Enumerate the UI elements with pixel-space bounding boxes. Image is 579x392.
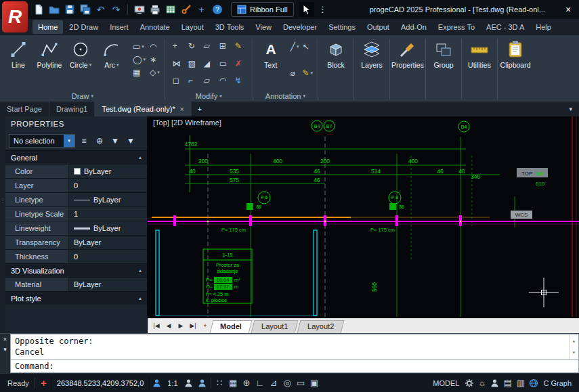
undo-button[interactable]: ↶ (93, 3, 108, 17)
close-button[interactable]: × (557, 0, 579, 19)
arc-tool-button[interactable]: Arc▾ (96, 37, 127, 91)
redo-button[interactable]: ↷ (109, 3, 123, 17)
user-icon[interactable] (150, 376, 163, 390)
stretch-tool-button[interactable]: ▭ (219, 59, 232, 74)
diameter-dimension-button[interactable]: ⌀ (291, 68, 299, 79)
command-scrollbar[interactable]: ▴ ▾ (569, 334, 578, 360)
lineweight-toggle[interactable]: ▭ (295, 376, 307, 390)
settings-button[interactable] (463, 376, 475, 390)
tab-aec-3d[interactable]: AEC - 3D A (481, 20, 530, 34)
tab-settings[interactable]: Settings (323, 20, 361, 34)
viewport-controls[interactable]: [Top] [2D Wireframe] (153, 118, 221, 127)
open-button[interactable] (47, 3, 61, 17)
dynamic-ucs-toggle[interactable]: ▣ (308, 376, 321, 390)
user-check-button[interactable] (196, 376, 209, 390)
layout1-tab[interactable]: Layout1 (251, 320, 298, 333)
line-tool-button[interactable]: Line (3, 37, 34, 91)
tab-annotate[interactable]: Annotate (135, 20, 175, 34)
ortho-toggle[interactable]: ∟ (254, 376, 267, 390)
tab-view[interactable]: View (250, 20, 277, 34)
annotation-scale[interactable]: 1:1 (164, 379, 181, 387)
group-button[interactable]: Group (428, 37, 459, 102)
command-close-icon[interactable]: × (3, 336, 7, 343)
plot-preview-button[interactable] (132, 3, 146, 17)
scroll-up-icon[interactable]: ▴ (572, 336, 576, 347)
command-expand-icon[interactable]: ▾ (3, 346, 7, 353)
tools-button[interactable] (179, 3, 193, 17)
tab-add-on[interactable]: Add-On (395, 20, 432, 34)
fillet-tool-button[interactable]: ◠ (219, 76, 232, 91)
quick-select-button[interactable]: ⊕ (93, 134, 106, 148)
drawing-canvas[interactable]: B4 B7 B4 P-6 P-8 88 88 (148, 116, 579, 318)
copy-tool-button[interactable]: ▱ (204, 41, 217, 56)
grid-dots-toggle[interactable]: ∷ (213, 376, 226, 390)
coordinates-readout[interactable]: 263848.5233,4209.3752,0 (51, 376, 150, 390)
layers-button[interactable]: Layers (356, 37, 387, 102)
pick-add-toggle-button[interactable]: ≡ (77, 134, 91, 148)
selection-dropdown[interactable]: No selection ▾ (9, 134, 75, 148)
section-plot-style[interactable]: Plot style▴ (5, 291, 147, 305)
tab-close-icon[interactable]: × (180, 106, 184, 113)
clipboard-button[interactable]: Clipboard (500, 37, 531, 102)
linear-dimension-button[interactable]: ╱▾ (291, 41, 299, 52)
select-objects-button[interactable]: ▼ (108, 134, 122, 148)
explode-tool-button[interactable]: ↯ (235, 76, 248, 91)
model-tab[interactable]: Model (210, 320, 253, 333)
app-logo[interactable]: R (2, 1, 28, 32)
osnap-toggle[interactable]: ◎ (281, 376, 294, 390)
doc-tab-test-dwg[interactable]: Test.dwg (Read-only)* × (95, 102, 191, 116)
online-button[interactable] (527, 376, 540, 390)
help-button[interactable]: ? (210, 3, 224, 17)
annotation-panel-label[interactable]: Annotation▾ (255, 91, 316, 102)
last-tab-button[interactable]: ▶| (187, 322, 199, 329)
tile-horizontal-button[interactable]: ▤ (501, 376, 514, 390)
polygon-tool-button[interactable]: ◇▾ (150, 67, 160, 78)
filter-button[interactable]: ▼ (124, 134, 137, 148)
grid-toggle[interactable]: ▦ (227, 376, 240, 390)
tab-home[interactable]: Home (33, 20, 63, 34)
rectangle-tool-button[interactable]: ▭▾ (133, 41, 146, 52)
sheet-button[interactable] (163, 3, 177, 17)
color-swatch[interactable] (74, 168, 81, 175)
command-history[interactable]: Opposite corner: Cancel ▴ ▾ (10, 334, 579, 360)
tab-insert[interactable]: Insert (104, 20, 134, 34)
trim-tool-button[interactable]: ⌐ (188, 76, 201, 91)
new-file-button[interactable] (31, 3, 45, 17)
scroll-down-icon[interactable]: ▾ (572, 347, 576, 358)
erase-tool-button[interactable]: ✗ (235, 59, 248, 74)
point-tool-button[interactable]: ∗ (150, 54, 160, 65)
draw-panel-label[interactable]: Draw▾ (3, 91, 163, 102)
section-3d-visualization[interactable]: 3D Visualization▴ (5, 263, 147, 277)
annotation-visibility-toggle[interactable]: ☼ (475, 376, 488, 390)
tab-developer[interactable]: Developer (278, 20, 322, 34)
user-edit-button[interactable] (182, 376, 195, 390)
scale-tool-button[interactable]: ◻ (173, 76, 186, 91)
section-general[interactable]: General▴ (5, 150, 147, 164)
text-tool-button[interactable]: A Text (255, 37, 286, 91)
tab-layout[interactable]: Layout (176, 20, 209, 34)
hatch-tool-button[interactable]: ▦ (133, 67, 146, 78)
graphics-mode[interactable]: C Graph (540, 379, 575, 387)
utilities-button[interactable]: Utilities (464, 37, 495, 102)
ribbon-full-toggle[interactable]: Ribbon Full (231, 2, 294, 17)
model-space-toggle[interactable]: MODEL (429, 379, 463, 387)
save-button[interactable] (62, 3, 77, 17)
polar-toggle[interactable]: ⊿ (267, 376, 280, 390)
chamfer-tool-button[interactable]: ◢ (204, 59, 217, 74)
tile-vertical-button[interactable]: ▥ (514, 376, 527, 390)
edit-tool-button[interactable]: ✎ (235, 41, 248, 56)
doc-tab-drawing1[interactable]: Drawing1 (49, 102, 95, 116)
next-tab-button[interactable]: ▶ (175, 322, 187, 329)
modify-panel-label[interactable]: Modify▾ (167, 91, 251, 102)
tab-help[interactable]: Help (530, 20, 557, 34)
tab-list-chevron-icon[interactable]: ▾ (569, 106, 579, 112)
tab-3d-tools[interactable]: 3D Tools (210, 20, 250, 34)
array-tool-button[interactable]: ⊞ (219, 41, 232, 56)
dropdown-chevron-icon[interactable]: ▾ (64, 135, 74, 147)
prev-tab-button[interactable]: ◀ (163, 322, 175, 329)
tab-output[interactable]: Output (362, 20, 395, 34)
ellipse-tool-button[interactable]: ◯▾ (133, 54, 146, 65)
new-tab-button[interactable]: + (192, 105, 208, 113)
save-all-button[interactable] (78, 3, 92, 17)
command-input[interactable]: Command: (10, 360, 579, 373)
